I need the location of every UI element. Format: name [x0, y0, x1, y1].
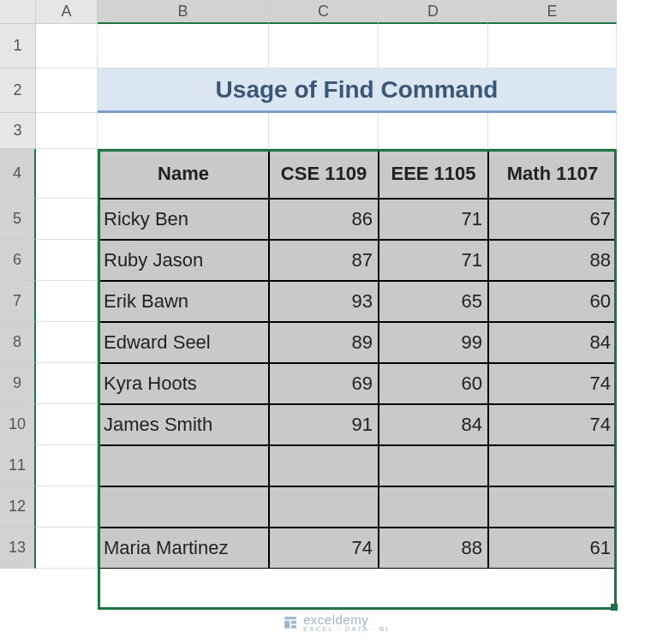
cell-C8[interactable]: 89 — [269, 322, 379, 363]
cell-C11[interactable] — [269, 445, 379, 486]
cell-B1[interactable] — [98, 24, 269, 69]
watermark-sub: EXCEL · DATA · BI — [303, 625, 390, 633]
cell-E7[interactable]: 60 — [488, 281, 617, 322]
watermark-brand: exceldemy — [303, 612, 368, 627]
cell-D13[interactable]: 88 — [379, 528, 488, 569]
cell-E13[interactable]: 61 — [488, 528, 617, 569]
cell-A11[interactable] — [36, 445, 98, 486]
cell-B5[interactable]: Ricky Ben — [98, 199, 269, 240]
cell-E10[interactable]: 74 — [488, 404, 617, 445]
watermark: exceldemy EXCEL · DATA · BI — [283, 612, 390, 633]
cell-B6[interactable]: Ruby Jason — [98, 240, 269, 281]
col-header-E[interactable]: E — [488, 0, 617, 24]
cell-A6[interactable] — [36, 240, 98, 281]
cell-C10[interactable]: 91 — [269, 404, 379, 445]
cell-A3[interactable] — [36, 113, 98, 149]
header-cse[interactable]: CSE 1109 — [269, 149, 379, 199]
cell-B3[interactable] — [98, 113, 269, 149]
cell-D7[interactable]: 65 — [379, 281, 488, 322]
cell-B11[interactable] — [98, 445, 269, 486]
cell-A5[interactable] — [36, 199, 98, 240]
cell-D9[interactable]: 60 — [379, 363, 488, 404]
row-header-10[interactable]: 10 — [0, 404, 36, 445]
cell-A10[interactable] — [36, 404, 98, 445]
row-header-11[interactable]: 11 — [0, 445, 36, 486]
row-header-8[interactable]: 8 — [0, 322, 36, 363]
cell-E12[interactable] — [488, 486, 617, 528]
cell-B9[interactable]: Kyra Hoots — [98, 363, 269, 404]
row-header-13[interactable]: 13 — [0, 528, 36, 569]
cell-C9[interactable]: 69 — [269, 363, 379, 404]
cell-D12[interactable] — [379, 486, 488, 528]
cell-A4[interactable] — [36, 149, 98, 199]
cell-C3[interactable] — [269, 113, 379, 149]
col-header-D[interactable]: D — [379, 0, 488, 24]
cell-E8[interactable]: 84 — [488, 322, 617, 363]
cell-A8[interactable] — [36, 322, 98, 363]
cell-B10[interactable]: James Smith — [98, 404, 269, 445]
cell-D11[interactable] — [379, 445, 488, 486]
header-name[interactable]: Name — [98, 149, 269, 199]
cell-E9[interactable]: 74 — [488, 363, 617, 404]
cell-D10[interactable]: 84 — [379, 404, 488, 445]
cell-C12[interactable] — [269, 486, 379, 528]
cell-B7[interactable]: Erik Bawn — [98, 281, 269, 322]
cell-A1[interactable] — [36, 24, 98, 69]
cell-A7[interactable] — [36, 281, 98, 322]
cell-A12[interactable] — [36, 486, 98, 528]
title-cell[interactable]: Usage of Find Command — [98, 69, 617, 113]
row-header-9[interactable]: 9 — [0, 363, 36, 404]
row-header-3[interactable]: 3 — [0, 113, 36, 149]
cell-C7[interactable]: 93 — [269, 281, 379, 322]
selection-fill-handle[interactable] — [611, 604, 618, 611]
cell-D3[interactable] — [379, 113, 488, 149]
cell-D1[interactable] — [379, 24, 488, 69]
row-header-5[interactable]: 5 — [0, 199, 36, 240]
cell-E11[interactable] — [488, 445, 617, 486]
select-all-corner[interactable] — [0, 0, 36, 24]
cell-A2[interactable] — [36, 69, 98, 113]
row-header-7[interactable]: 7 — [0, 281, 36, 322]
header-math[interactable]: Math 1107 — [488, 149, 617, 199]
cell-E1[interactable] — [488, 24, 617, 69]
row-header-1[interactable]: 1 — [0, 24, 36, 69]
row-header-12[interactable]: 12 — [0, 486, 36, 528]
row-header-2[interactable]: 2 — [0, 69, 36, 113]
cell-E3[interactable] — [488, 113, 617, 149]
cell-B12[interactable] — [98, 486, 269, 528]
col-header-A[interactable]: A — [36, 0, 98, 24]
cell-C6[interactable]: 87 — [269, 240, 379, 281]
row-header-4[interactable]: 4 — [0, 149, 36, 199]
col-header-B[interactable]: B — [98, 0, 269, 24]
header-eee[interactable]: EEE 1105 — [379, 149, 488, 199]
watermark-icon — [283, 615, 298, 630]
spreadsheet-grid: A B C D E 1 2 Usage of Find Command 3 4 … — [0, 0, 657, 569]
cell-A13[interactable] — [36, 528, 98, 569]
cell-A9[interactable] — [36, 363, 98, 404]
cell-E5[interactable]: 67 — [488, 199, 617, 240]
cell-D8[interactable]: 99 — [379, 322, 488, 363]
cell-B13[interactable]: Maria Martinez — [98, 528, 269, 569]
cell-D5[interactable]: 71 — [379, 199, 488, 240]
cell-B8[interactable]: Edward Seel — [98, 322, 269, 363]
cell-C5[interactable]: 86 — [269, 199, 379, 240]
cell-C13[interactable]: 74 — [269, 528, 379, 569]
col-header-C[interactable]: C — [269, 0, 379, 24]
cell-E6[interactable]: 88 — [488, 240, 617, 281]
row-header-6[interactable]: 6 — [0, 240, 36, 281]
cell-C1[interactable] — [269, 24, 379, 69]
cell-D6[interactable]: 71 — [379, 240, 488, 281]
